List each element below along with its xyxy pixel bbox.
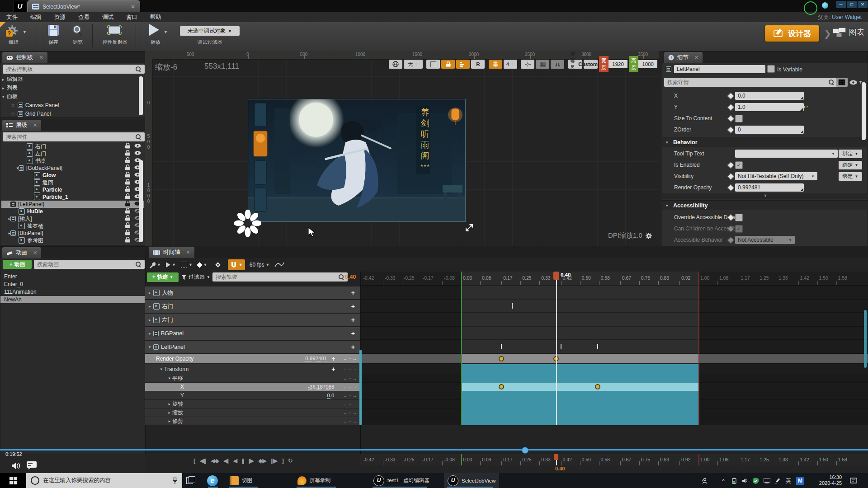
taskbar-app-屏幕录制[interactable]: 屏幕录制: [294, 473, 343, 488]
keyframe-tick[interactable]: [512, 303, 513, 309]
menu-item-4[interactable]: 调试: [96, 14, 120, 21]
menu-item-0[interactable]: 文件: [0, 14, 24, 21]
gear-icon[interactable]: [645, 232, 652, 239]
pin-icon[interactable]: [727, 127, 735, 134]
start-button[interactable]: [0, 473, 26, 488]
value-field[interactable]: Not Accessible▼: [735, 236, 795, 244]
checkbox[interactable]: [735, 214, 743, 221]
keyframe-options-button[interactable]: ▼: [197, 260, 208, 270]
play-icon[interactable]: [149, 24, 159, 36]
hierarchy-item-HuDie[interactable]: HuDie: [1, 208, 144, 215]
hierarchy-item-左门[interactable]: 左门: [1, 150, 144, 157]
transport-button-10[interactable]: ↻: [288, 457, 292, 464]
transport-button-7[interactable]: ◆▶: [258, 457, 266, 464]
value-field[interactable]: 0.0: [735, 92, 804, 100]
compile-icon[interactable]: ?: [5, 24, 19, 39]
close-icon[interactable]: ✕: [186, 249, 190, 255]
track-group-人物[interactable]: ▸ 人物 +: [145, 286, 360, 300]
dropdown-none-button[interactable]: 无▼: [404, 60, 423, 69]
compile-button[interactable]: 编译: [2, 39, 25, 46]
checkbox[interactable]: ✓: [735, 161, 743, 169]
chevron-right-icon[interactable]: ▸: [145, 402, 170, 406]
transport-button-0[interactable]: [: [193, 457, 195, 464]
lock-viewport-button[interactable]: [441, 60, 455, 69]
taskbar-search-input[interactable]: 在这里输入你要搜索的内容: [26, 473, 182, 488]
chevron-right-icon[interactable]: ▸: [149, 291, 153, 295]
edge-browser-button[interactable]: e: [207, 475, 218, 486]
transport-button-8[interactable]: ||▶: [271, 457, 277, 464]
chevron-down-icon[interactable]: ▾: [145, 367, 162, 371]
close-icon[interactable]: ✕: [39, 55, 43, 61]
pin-icon[interactable]: [727, 162, 735, 169]
menu-item-2[interactable]: 资源: [48, 14, 72, 21]
keyframe-nav[interactable]: ←◦→: [339, 366, 360, 371]
canvas-preview[interactable]: 养剑听雨阁 ★★★: [248, 99, 465, 221]
transport-button-4[interactable]: ◀: [233, 457, 237, 464]
tray-pen-icon[interactable]: [773, 476, 782, 485]
hierarchy-item-抽签桶[interactable]: 抽签桶: [1, 222, 144, 230]
track-prop-修剪[interactable]: ▸修剪←◦→: [145, 417, 360, 425]
video-progress-bar[interactable]: [0, 449, 868, 450]
debug-object-dropdown[interactable]: 未选中调试对象▼: [180, 26, 240, 36]
lock-icon[interactable]: [125, 215, 130, 222]
transport-button-9[interactable]: ]: [282, 457, 283, 464]
height-input[interactable]: 1080: [638, 60, 657, 68]
keyframe-nav[interactable]: ←◦→: [339, 393, 360, 398]
checkbox[interactable]: [735, 115, 743, 122]
animation-tab[interactable]: 动画✕: [2, 247, 41, 258]
hierarchy-item-返回[interactable]: 返回: [1, 179, 144, 186]
menu-item-1[interactable]: 编辑: [24, 14, 48, 21]
animation-item-NewAn[interactable]: NewAn: [0, 296, 145, 303]
animation-item-Enter[interactable]: Enter: [0, 273, 145, 280]
window-close-button[interactable]: ✕: [858, 1, 868, 8]
details-grid-view-button[interactable]: [836, 78, 848, 87]
task-view-button[interactable]: [186, 476, 195, 484]
pin-icon[interactable]: [727, 237, 735, 244]
track-search-input[interactable]: 搜索轨迹: [212, 272, 348, 282]
lock-icon[interactable]: [125, 172, 130, 179]
chevron-right-icon[interactable]: ▸: [149, 318, 153, 322]
volume-icon[interactable]: [11, 462, 21, 470]
snap-magnet-button[interactable]: ▼: [228, 259, 245, 270]
track-prop-缩放[interactable]: ▸缩放←◦→: [145, 408, 360, 417]
tray-clock[interactable]: 16:302020-4-25: [809, 474, 842, 486]
hierarchy-item-输入[interactable]: ▸[输入]: [1, 215, 144, 222]
value-field[interactable]: 0.992481: [735, 183, 804, 192]
track-group-左门[interactable]: ▸ 左门 +: [145, 313, 360, 327]
tray-expand-icon[interactable]: ^: [719, 476, 728, 485]
bind-button[interactable]: 绑定▼: [839, 172, 862, 181]
value-field[interactable]: ▼: [735, 150, 838, 158]
align-toggle-button[interactable]: [456, 60, 470, 69]
hierarchy-item-书桌[interactable]: 书桌: [1, 157, 144, 164]
transport-button-1[interactable]: ◀||: [199, 457, 206, 464]
palette-group-2[interactable]: ▾面板: [2, 92, 145, 101]
accessibility-section-header[interactable]: ▾Accessibility: [662, 200, 868, 210]
play-options-button[interactable]: ▼: [165, 260, 176, 270]
widget-reflector-button[interactable]: 控件反射器: [98, 39, 132, 46]
chevron-down-icon[interactable]: ▾: [145, 376, 170, 380]
lock-icon[interactable]: [125, 208, 130, 215]
anchor-flower-widget[interactable]: [234, 210, 261, 237]
palette-item-grid-panel[interactable]: ☆Grid Panel: [10, 109, 153, 118]
outline-toggle-button[interactable]: [426, 60, 440, 69]
taskbar-app-SelectJobView[interactable]: USelectJobView: [444, 473, 499, 488]
hierarchy-item-Glow[interactable]: Glow: [1, 172, 144, 179]
behavior-section-header[interactable]: ▾Behavior: [662, 137, 868, 147]
tray-display-icon[interactable]: [762, 476, 771, 485]
tab-close-icon[interactable]: ✕: [131, 4, 135, 10]
window-maximize-button[interactable]: □: [847, 1, 857, 8]
pin-icon[interactable]: [727, 115, 735, 122]
hierarchy-item-右门[interactable]: 右门: [1, 143, 144, 150]
tray-battery-icon[interactable]: [730, 476, 739, 485]
chevron-down-icon[interactable]: ▾: [149, 345, 153, 349]
add-key-button[interactable]: +: [331, 366, 335, 373]
width-input[interactable]: 1920: [609, 60, 627, 68]
track-group-LeftPanel[interactable]: ▾ LeftPanel +: [145, 340, 360, 354]
fps-dropdown[interactable]: 60 fps▼: [250, 260, 270, 270]
keyframe-nav[interactable]: ←◦→: [339, 376, 360, 381]
lock-icon[interactable]: [125, 193, 130, 201]
sequencer-settings-button[interactable]: ▼: [149, 260, 161, 270]
add-track-button[interactable]: + 轨迹▼: [147, 272, 179, 282]
track-value[interactable]: -36.187088: [308, 384, 334, 390]
hierarchy-item-Particle[interactable]: Particle: [1, 186, 144, 193]
